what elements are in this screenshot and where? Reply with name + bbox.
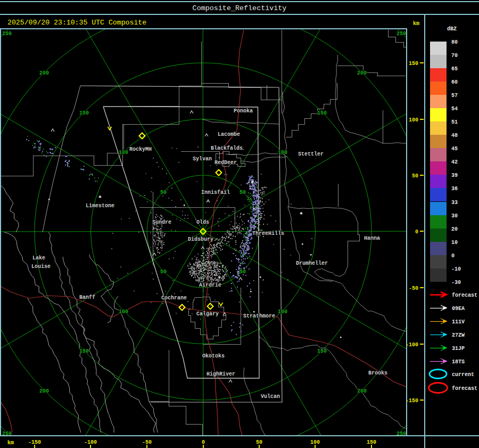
svg-text:Stettler: Stettler	[298, 151, 324, 157]
svg-text:Drumheller: Drumheller	[296, 260, 328, 266]
svg-text:200: 200	[357, 388, 367, 394]
svg-text:50: 50	[240, 269, 246, 275]
svg-text:2025/09/20 23:10:35 UTC Compos: 2025/09/20 23:10:35 UTC Composite	[7, 19, 146, 27]
svg-text:10: 10	[451, 240, 458, 246]
svg-text:0: 0	[202, 439, 205, 445]
svg-text:-150: -150	[406, 398, 418, 404]
svg-text:Hanna: Hanna	[364, 235, 380, 241]
svg-text:100: 100	[119, 309, 128, 315]
svg-text:33: 33	[451, 200, 458, 206]
svg-text:-50: -50	[142, 439, 152, 445]
svg-text:100: 100	[278, 309, 287, 315]
svg-text:Okotoks: Okotoks	[202, 353, 225, 359]
svg-text:150: 150	[409, 61, 418, 67]
svg-text:50: 50	[256, 439, 262, 445]
svg-text:HighRiver: HighRiver	[207, 371, 235, 377]
svg-text:57: 57	[451, 93, 458, 99]
svg-text:Banff: Banff	[79, 295, 95, 300]
svg-text:200: 200	[39, 388, 49, 394]
svg-text:Blackfalds: Blackfalds	[211, 145, 243, 151]
svg-text:Limestone: Limestone	[86, 203, 114, 209]
svg-text:Airdrie: Airdrie	[199, 282, 221, 288]
svg-text:150: 150	[79, 110, 89, 116]
svg-text:Lake: Lake	[32, 255, 45, 261]
svg-text:-150: -150	[28, 439, 41, 445]
svg-text:150: 150	[317, 348, 327, 354]
svg-text:150: 150	[79, 348, 89, 354]
svg-text:27ZW: 27ZW	[452, 332, 465, 338]
svg-text:dBZ: dBZ	[447, 26, 457, 32]
svg-text:Sylvan: Sylvan	[193, 156, 212, 162]
svg-text:forecast: forecast	[452, 386, 477, 392]
svg-text:100: 100	[119, 150, 128, 156]
svg-text:current: current	[452, 372, 474, 378]
svg-text:100: 100	[310, 439, 320, 445]
svg-text:111V: 111V	[452, 319, 465, 325]
svg-text:70: 70	[451, 53, 458, 59]
svg-text:Olds: Olds	[196, 219, 209, 225]
svg-text:36: 36	[451, 186, 458, 192]
svg-text:-50: -50	[409, 286, 418, 291]
svg-text:Brooks: Brooks	[368, 370, 387, 376]
svg-text:Composite_Reflectivity: Composite_Reflectivity	[193, 4, 287, 12]
svg-text:30: 30	[451, 213, 458, 219]
svg-text:0: 0	[451, 253, 455, 259]
svg-text:-100: -100	[406, 342, 418, 348]
svg-text:80: 80	[451, 39, 458, 45]
svg-text:31JP: 31JP	[452, 346, 465, 352]
svg-text:km: km	[413, 21, 419, 27]
svg-text:39: 39	[451, 173, 458, 178]
svg-text:20: 20	[451, 226, 458, 232]
svg-text:-100: -100	[84, 439, 97, 445]
svg-text:200: 200	[39, 70, 49, 76]
svg-text:65: 65	[451, 66, 458, 72]
svg-text:-10: -10	[451, 266, 461, 272]
svg-text:18TS: 18TS	[452, 359, 465, 365]
svg-text:45: 45	[451, 146, 458, 152]
svg-text:forecast: forecast	[452, 292, 477, 298]
svg-text:0: 0	[415, 229, 418, 235]
svg-text:Vulcan: Vulcan	[261, 394, 280, 400]
svg-text:Innisfail: Innisfail	[201, 190, 230, 196]
svg-text:200: 200	[357, 70, 367, 76]
svg-text:Lacombe: Lacombe	[218, 132, 240, 137]
svg-text:km: km	[7, 440, 14, 446]
svg-text:RockyMH: RockyMH	[129, 146, 152, 152]
svg-text:ThreeHills: ThreeHills	[252, 231, 284, 237]
svg-text:50: 50	[240, 190, 246, 196]
svg-text:51: 51	[451, 119, 458, 125]
svg-text:50: 50	[412, 173, 418, 179]
svg-text:60: 60	[451, 79, 458, 85]
svg-text:250: 250	[397, 31, 406, 37]
svg-text:48: 48	[451, 133, 458, 139]
svg-text:54: 54	[451, 106, 458, 112]
svg-text:50: 50	[160, 190, 167, 196]
svg-text:Strathmore: Strathmore	[243, 313, 275, 319]
svg-text:-30: -30	[451, 280, 461, 286]
svg-text:250: 250	[2, 31, 12, 37]
svg-text:150: 150	[367, 439, 376, 445]
svg-text:Ponoka: Ponoka	[234, 108, 253, 114]
svg-text:100: 100	[409, 117, 418, 123]
svg-text:Calgary: Calgary	[196, 311, 219, 317]
svg-text:Louise: Louise	[31, 264, 51, 270]
svg-text:Sundre: Sundre	[152, 219, 171, 225]
svg-text:100: 100	[278, 150, 287, 156]
svg-text:RedDeer: RedDeer	[214, 160, 237, 166]
svg-text:Cochrane: Cochrane	[161, 295, 187, 301]
svg-text:50: 50	[160, 269, 167, 275]
svg-text:09EA: 09EA	[452, 306, 465, 312]
svg-text:Didsbury: Didsbury	[188, 237, 213, 242]
svg-text:*: *	[250, 180, 254, 188]
svg-text:42: 42	[451, 159, 458, 165]
svg-text:150: 150	[317, 110, 327, 116]
svg-text:*: *	[299, 211, 303, 219]
svg-text:*: *	[98, 194, 102, 202]
